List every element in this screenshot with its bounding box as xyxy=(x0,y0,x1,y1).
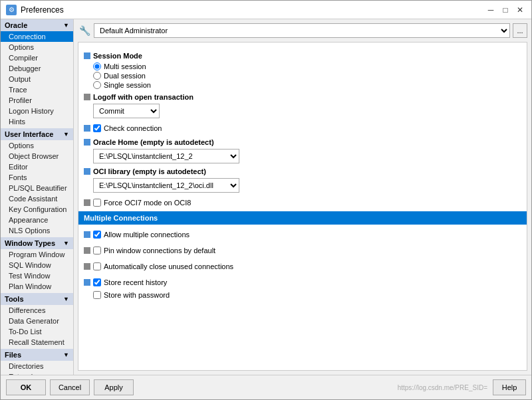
sidebar: Oracle ▼ Connection Options Compiler Deb… xyxy=(1,19,74,375)
sidebar-item-code-assistant[interactable]: Code Assistant xyxy=(1,193,73,204)
logoff-content: Commit Rollback Ask xyxy=(84,104,521,118)
sidebar-item-ui-options[interactable]: Options xyxy=(1,140,73,151)
sidebar-item-directories[interactable]: Directories xyxy=(1,361,73,371)
sidebar-item-plsql-beautifier[interactable]: PL/SQL Beautifier xyxy=(1,183,73,193)
cancel-button[interactable]: Cancel xyxy=(50,379,90,395)
chevron-down-icon: ▼ xyxy=(63,22,69,29)
auto-close-label: Automatically close unused connections xyxy=(104,262,233,270)
oci-library-content: E:\PLSQL\instantclient_12_2\oci.dll xyxy=(84,178,521,193)
sidebar-item-trace[interactable]: Trace xyxy=(1,84,73,95)
store-recent-checkbox[interactable] xyxy=(93,278,101,286)
settings-panel: Session Mode Multi session Dual session xyxy=(78,42,527,371)
sidebar-group-header-tools[interactable]: Tools ▼ xyxy=(1,293,73,305)
radio-single-session-label: Single session xyxy=(104,81,151,89)
sidebar-item-compiler[interactable]: Compiler xyxy=(1,52,73,63)
auto-close-checkbox[interactable] xyxy=(93,262,101,270)
main-content: Oracle ▼ Connection Options Compiler Deb… xyxy=(1,19,531,375)
sidebar-item-debugger[interactable]: Debugger xyxy=(1,63,73,74)
session-mode-header: Session Mode xyxy=(84,52,521,60)
sidebar-group-header-window-types[interactable]: Window Types ▼ xyxy=(1,237,73,249)
chevron-down-icon-tools: ▼ xyxy=(63,296,69,302)
ok-button[interactable]: OK xyxy=(6,379,46,395)
connection-icon: 🔧 xyxy=(78,24,91,37)
auto-close-item: Automatically close unused connections xyxy=(93,262,233,270)
sidebar-item-hints[interactable]: Hints xyxy=(1,116,73,127)
allow-multiple-section: Allow multiple connections xyxy=(84,229,521,241)
sidebar-group-header-oracle[interactable]: Oracle ▼ xyxy=(1,19,73,31)
window-icon: ⚙ xyxy=(6,5,17,15)
sidebar-item-plan-window[interactable]: Plan Window xyxy=(1,281,73,292)
oracle-home-select[interactable]: E:\PLSQL\instantclient_12_2 xyxy=(93,149,239,163)
sidebar-item-logon-history[interactable]: Logon History xyxy=(1,106,73,116)
allow-multiple-header: Allow multiple connections xyxy=(84,229,521,241)
more-options-button[interactable]: ... xyxy=(513,23,527,38)
logoff-header: Logoff with open transaction xyxy=(84,93,521,101)
sidebar-item-appearance[interactable]: Appearance xyxy=(1,215,73,225)
sidebar-group-header-files[interactable]: Files ▼ xyxy=(1,349,73,361)
allow-multiple-checkbox[interactable] xyxy=(93,231,101,239)
sidebar-item-key-configuration[interactable]: Key Configuration xyxy=(1,204,73,215)
title-bar-left: ⚙ Preferences xyxy=(6,5,64,15)
sidebar-item-nls-options[interactable]: NLS Options xyxy=(1,225,73,236)
auto-close-section: Automatically close unused connections xyxy=(84,260,521,272)
radio-multi-session: Multi session xyxy=(93,62,521,70)
sidebar-item-test-window[interactable]: Test Window xyxy=(1,270,73,281)
logoff-commit-select[interactable]: Commit Rollback Ask xyxy=(93,104,160,118)
oracle-home-section: Oracle Home (empty is autodetect) E:\PLS… xyxy=(84,138,521,163)
check-connection-section: Check connection xyxy=(84,122,521,134)
check-connection-label: Check connection xyxy=(104,124,162,132)
sidebar-item-profiler[interactable]: Profiler xyxy=(1,95,73,106)
sidebar-item-program-window[interactable]: Program Window xyxy=(1,249,73,260)
oracle-home-title: Oracle Home (empty is autodetect) xyxy=(93,138,214,146)
section-marker-oracle-home xyxy=(84,139,90,146)
apply-button[interactable]: Apply xyxy=(94,379,134,395)
radio-single-session-input[interactable] xyxy=(93,81,101,89)
close-button[interactable]: ✕ xyxy=(514,4,526,16)
oci-library-section: OCI library (empty is autodetect) E:\PLS… xyxy=(84,167,521,193)
logoff-section: Logoff with open transaction Commit Roll… xyxy=(84,93,521,118)
pin-window-checkbox[interactable] xyxy=(93,247,101,254)
sidebar-item-differences[interactable]: Differences xyxy=(1,305,73,316)
section-marker-allow-multiple xyxy=(84,231,90,238)
radio-dual-session-input[interactable] xyxy=(93,72,101,80)
oracle-home-header: Oracle Home (empty is autodetect) xyxy=(84,138,521,146)
store-recent-item: Store recent history xyxy=(93,278,167,286)
sidebar-item-fonts[interactable]: Fonts xyxy=(1,172,73,183)
help-button[interactable]: Help xyxy=(493,379,526,395)
sidebar-item-sql-window[interactable]: SQL Window xyxy=(1,260,73,270)
sidebar-item-output[interactable]: Output xyxy=(1,74,73,84)
radio-multi-session-input[interactable] xyxy=(93,62,101,70)
footer-buttons: OK Cancel Apply xyxy=(6,379,134,395)
store-password-checkbox[interactable] xyxy=(93,291,101,299)
logoff-title: Logoff with open transaction xyxy=(93,93,194,101)
section-marker-store-recent xyxy=(84,279,90,286)
section-marker-pin xyxy=(84,247,90,254)
sidebar-group-header-user-interface[interactable]: User Interface ▼ xyxy=(1,128,73,140)
section-marker-check xyxy=(84,125,90,132)
maximize-button[interactable]: □ xyxy=(499,4,511,16)
sidebar-item-editor[interactable]: Editor xyxy=(1,161,73,172)
chevron-down-icon-wt: ▼ xyxy=(63,240,69,247)
sidebar-group-window-types: Window Types ▼ Program Window SQL Window… xyxy=(1,237,73,292)
check-connection-checkbox-item: Check connection xyxy=(93,124,162,132)
sidebar-item-todo-list[interactable]: To-Do List xyxy=(1,326,73,337)
oci-library-title: OCI library (empty is autodetect) xyxy=(93,167,206,175)
sidebar-group-user-interface: User Interface ▼ Options Object Browser … xyxy=(1,128,73,236)
force-oci7-checkbox[interactable] xyxy=(93,199,101,207)
title-bar: ⚙ Preferences ─ □ ✕ xyxy=(1,1,531,19)
sidebar-item-object-browser[interactable]: Object Browser xyxy=(1,151,73,161)
pin-window-section: Pin window connections by default xyxy=(84,245,521,256)
store-recent-header: Store recent history xyxy=(84,276,521,288)
check-connection-checkbox[interactable] xyxy=(93,124,101,132)
sidebar-item-recall-statement[interactable]: Recall Statement xyxy=(1,337,73,348)
sidebar-item-connection[interactable]: Connection xyxy=(1,31,73,42)
store-recent-label: Store recent history xyxy=(104,278,167,286)
sidebar-item-data-generator[interactable]: Data Generator xyxy=(1,316,73,326)
radio-single-session: Single session xyxy=(93,81,521,89)
admin-select[interactable]: Default Administrator xyxy=(94,23,510,38)
sidebar-item-options[interactable]: Options xyxy=(1,42,73,52)
oci-library-select[interactable]: E:\PLSQL\instantclient_12_2\oci.dll xyxy=(93,178,239,193)
session-mode-content: Multi session Dual session Single sessio… xyxy=(84,62,521,89)
minimize-button[interactable]: ─ xyxy=(485,4,497,16)
section-marker-oci xyxy=(84,168,90,175)
